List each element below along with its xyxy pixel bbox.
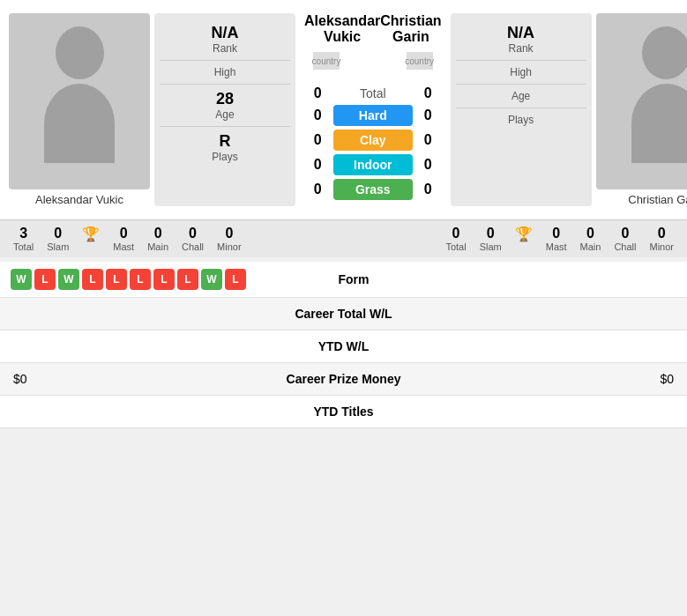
right-silhouette-head [642, 26, 687, 79]
right-rank-label: Rank [459, 42, 583, 55]
left-country-flag: country [313, 52, 340, 70]
left-silhouette-body [44, 84, 115, 163]
total-right: 0 [413, 85, 444, 101]
right-rank-value: N/A [459, 24, 583, 42]
clay-left: 0 [302, 132, 333, 148]
left-player-area: Aleksandar Vukic [9, 13, 150, 206]
right-main-val: 0 [580, 226, 601, 241]
left-main-lbl: Main [147, 241, 168, 252]
left-age-label: Age [163, 108, 287, 121]
right-country-flag: country [407, 52, 433, 70]
right-silhouette-body [631, 84, 687, 163]
left-main-item: 0 Main [147, 226, 168, 252]
left-age-block: 28 Age [160, 85, 290, 127]
right-high-label: High [459, 66, 583, 78]
center-panel: Aleksandar Vukic Christian Garin country… [300, 13, 446, 206]
left-total-lbl: Total [13, 241, 34, 252]
right-mast-val: 0 [546, 226, 567, 241]
right-total-val: 0 [445, 226, 466, 241]
right-player-name-center: Christian Garin [380, 13, 441, 45]
left-rank-value: N/A [163, 24, 287, 42]
right-total-item: 0 Total [445, 226, 466, 252]
clay-right: 0 [413, 132, 444, 148]
right-mast-lbl: Mast [546, 241, 567, 252]
right-chall-val: 0 [614, 226, 636, 241]
center-spacer [309, 226, 378, 252]
indoor-left: 0 [302, 157, 333, 173]
form-badge-8: W [201, 269, 222, 290]
career-prize-left: $0 [13, 372, 234, 386]
right-trophy-icon: 🏆 [515, 226, 533, 242]
left-total-val: 3 [13, 226, 34, 241]
hard-right: 0 [413, 108, 444, 123]
right-slam-item: 0 Slam [480, 226, 502, 252]
career-prize-right: $0 [453, 372, 674, 386]
right-total-lbl: Total [445, 241, 466, 252]
right-minor-val: 0 [649, 226, 674, 241]
form-badge-3: L [82, 269, 103, 290]
form-badge-5: L [130, 269, 151, 290]
left-stats-panel: N/A Rank High 28 Age R Plays [154, 13, 295, 206]
left-total-item: 3 Total [13, 226, 34, 252]
form-row: WLWLLLLLWL Form [0, 262, 687, 298]
left-silhouette [40, 26, 119, 176]
right-player-photo [596, 13, 687, 189]
grass-right: 0 [413, 182, 444, 197]
right-player-name-under-photo: Christian Garin [628, 193, 687, 206]
right-age-label: Age [459, 90, 583, 102]
left-player-name-under-photo: Aleksandar Vukic [35, 193, 123, 206]
ytd-wl-label: YTD W/L [13, 339, 674, 353]
hard-left: 0 [302, 108, 333, 123]
left-trophy-item: 🏆 [82, 226, 100, 252]
right-age-block: Age [456, 85, 586, 108]
left-slam-val: 0 [47, 226, 69, 241]
form-badge-0: W [11, 269, 32, 290]
total-row: 0 Total 0 [302, 85, 444, 101]
left-rank-block: N/A Rank [160, 19, 290, 61]
left-minor-item: 0 Minor [217, 226, 242, 252]
career-prize-row: $0 Career Prize Money $0 [0, 363, 687, 396]
hard-row: 0 Hard 0 [302, 105, 444, 126]
indoor-right: 0 [413, 157, 444, 173]
total-label: Total [333, 86, 413, 100]
right-chall-lbl: Chall [614, 241, 636, 252]
left-chall-item: 0 Chall [182, 226, 204, 252]
right-bottom-stats: 0 Total 0 Slam 🏆 0 Mast 0 Main 0 Chall [378, 226, 678, 252]
right-slam-lbl: Slam [480, 241, 502, 252]
player-section: Aleksandar Vukic N/A Rank High 28 Age R … [0, 0, 687, 219]
right-main-lbl: Main [580, 241, 601, 252]
grass-label: Grass [333, 179, 413, 200]
left-main-val: 0 [147, 226, 168, 241]
right-silhouette [627, 26, 687, 176]
total-left: 0 [302, 85, 333, 101]
right-plays-block: Plays [456, 108, 586, 131]
indoor-row: 0 Indoor 0 [302, 154, 444, 175]
form-badges: WLWLLLLLWL [11, 269, 246, 290]
main-container: Aleksandar Vukic N/A Rank High 28 Age R … [0, 0, 687, 428]
left-age-value: 28 [163, 90, 287, 108]
left-player-name-center: Aleksandar Vukic [304, 13, 380, 45]
right-stats-panel: N/A Rank High Age Plays [451, 13, 592, 206]
left-mast-val: 0 [113, 226, 134, 241]
left-chall-val: 0 [182, 226, 204, 241]
left-bottom-stats: 3 Total 0 Slam 🏆 0 Mast 0 Main 0 Chall [9, 226, 309, 252]
ytd-wl-row: YTD W/L [0, 330, 687, 363]
left-minor-val: 0 [217, 226, 242, 241]
right-chall-item: 0 Chall [614, 226, 636, 252]
form-badge-7: L [177, 269, 198, 290]
grass-left: 0 [302, 182, 333, 197]
form-label: Form [246, 272, 461, 286]
right-high-block: High [456, 61, 586, 85]
left-plays-label: Plays [163, 151, 287, 163]
right-plays-label: Plays [459, 114, 583, 126]
left-plays-block: R Plays [160, 127, 290, 168]
right-rank-block: N/A Rank [456, 19, 586, 61]
form-badge-1: L [34, 269, 56, 290]
ytd-titles-label: YTD Titles [13, 404, 674, 419]
form-badge-2: W [58, 269, 79, 290]
right-trophy-item: 🏆 [515, 226, 533, 252]
left-slam-lbl: Slam [47, 241, 69, 252]
left-chall-lbl: Chall [182, 241, 204, 252]
left-trophy-icon: 🏆 [82, 226, 100, 242]
career-total-row: Career Total W/L [0, 298, 687, 330]
